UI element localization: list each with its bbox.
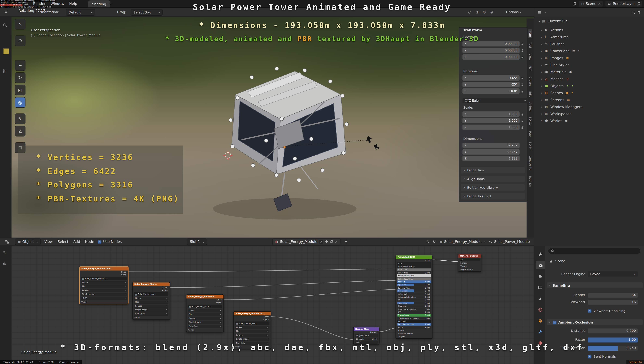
sidebar-tab[interactable]: Anima [528,101,532,113]
bsdf-input-row[interactable]: Alpha1.000 [397,326,431,328]
lock-icon[interactable] [521,89,524,93]
interpolation-dropdown[interactable]: Linear [81,281,127,284]
image-name-field[interactable]: ▦Solar_Energy_Modu... [188,305,222,308]
outliner-item[interactable]: ▸ ● Worlds ● [534,117,644,124]
editor-type-icon[interactable] [5,239,10,244]
snap-magnet-icon[interactable] [432,240,436,243]
outliner-item[interactable]: ▸ ◉ Materials ● [534,68,644,75]
vector-input-socket[interactable]: Vector [133,316,170,319]
ao-factor-slider[interactable]: 1.00 [588,337,638,342]
extension-dropdown[interactable]: Repeat [81,289,127,292]
location-field[interactable]: Y0.00000 [462,48,520,53]
collapsed-panel-header[interactable]: ▸Edit Linked Library [461,184,525,191]
new-material-icon[interactable] [330,240,333,243]
menu-item[interactable]: Node [85,240,94,244]
bsdf-input-row[interactable]: Sheen0.000 [397,299,431,301]
ao-distance-field[interactable]: 0.200 [588,328,638,333]
sidebar-tab[interactable]: Create [528,75,532,87]
source-dropdown[interactable]: Single Image [134,308,168,312]
node-title[interactable]: Material Output [458,254,481,258]
outliner-item[interactable]: ▸ ⊞ Window Managers [534,103,644,110]
expand-arrow-icon[interactable]: ▸ [541,119,545,122]
normal-map-node[interactable]: Normal Map Normal Tangent Space Strength… [353,327,380,344]
sidebar-tab[interactable]: 3D-Co [528,116,532,127]
outliner-item[interactable]: ▸ ■ Objects ✦ ✦ [534,82,644,89]
output-input-row[interactable]: All [460,258,480,261]
lock-icon[interactable] [521,126,524,129]
annotate-tool[interactable]: ✎ [15,114,26,124]
measure-tool[interactable]: ∠ [15,126,26,137]
expand-arrow-icon[interactable]: ▸ [541,84,545,87]
node-tree-breadcrumb[interactable]: Solar_Power_Module [489,240,530,244]
projection-dropdown[interactable]: Flat [188,313,222,316]
interpolation-dropdown[interactable]: Linear [134,296,168,300]
output-input-row[interactable]: Surface [460,261,480,264]
lock-icon[interactable] [521,55,524,59]
scale-tool[interactable]: ◱ [15,85,26,95]
outliner-item[interactable]: ▸ ▦ Images ▦ [534,54,644,61]
material-selector[interactable]: Solar_Energy_Module 2 × [272,238,340,245]
scale-field[interactable]: Y1.000 [462,118,520,123]
outliner-item[interactable]: ▸ ▦ Workspaces [534,110,644,117]
bsdf-input-row[interactable]: Clearcoat Normal [397,332,431,335]
sidebar-tab[interactable]: 3D-Pri [528,141,532,152]
color-swatch[interactable] [3,49,9,54]
material-output-node[interactable]: Material Output AllSurfaceVolumeDisplace… [458,254,482,272]
scale-field[interactable]: X1.000 [462,111,520,117]
expand-arrow-icon[interactable]: ▸ [541,63,545,66]
outliner-item[interactable]: ▸ △ Meshes ▽ [534,75,644,82]
color-output-socket[interactable]: Color [133,286,170,289]
expand-arrow-icon[interactable]: ▸ [541,70,545,73]
expand-arrow-icon[interactable]: ▸ [541,91,545,94]
ambient-occlusion-panel-header[interactable]: ▾ Ambient Occlusion [547,319,643,325]
projection-dropdown[interactable]: Flat [235,330,269,333]
vector-input-socket[interactable]: Vector [80,300,128,304]
bent-normals-toggle[interactable]: Bent Normals [588,355,616,358]
parent-nodes-icon[interactable]: ⇅ [426,240,429,244]
sidebar-tab[interactable]: Edit [528,90,532,98]
normal-map-row[interactable]: Strength1.000 [355,337,378,340]
normal-output-socket[interactable]: Normal [354,331,379,334]
tab-output[interactable] [536,272,544,280]
expand-arrow-icon[interactable]: ▸ [541,77,545,80]
bsdf-output-socket[interactable]: BSDF [396,259,432,262]
bsdf-input-row[interactable]: Subsurface0.000 [397,271,431,274]
lock-icon[interactable] [521,49,524,52]
bsdf-input-row[interactable]: GGX [397,262,431,265]
bsdf-input-row[interactable]: Tangent [397,335,431,338]
color-output-socket[interactable]: Color [234,315,271,318]
active-material-dropdown[interactable]: ●Solar_Energy_Module▾ [440,240,486,244]
unlink-icon[interactable]: × [335,240,338,244]
interpolation-dropdown[interactable]: Linear [235,326,269,329]
bsdf-input-row[interactable]: Transmission0.000 [397,314,431,316]
bsdf-input-row[interactable]: Anisotropic Rotation0.000 [397,296,431,298]
outliner-item[interactable]: ▸ ▣ Collections ▤ ✦ [534,47,644,54]
colorspace-dropdown[interactable]: sRGB [81,296,127,300]
color-output-socket[interactable]: Color [186,298,224,301]
collapsed-panel-header[interactable]: ▸Align Tools [461,176,525,182]
alpha-output-socket[interactable]: Alpha [133,289,170,292]
color-output-socket[interactable]: Color [80,270,128,273]
normal-map-row[interactable]: Tangent Space [355,334,378,337]
properties-search-input[interactable] [548,248,640,254]
checkbox-checked[interactable] [552,320,556,324]
bsdf-input-row[interactable]: Christensen-Burley [397,265,431,268]
rotation-field[interactable]: Z-10.8° [462,89,520,94]
menu-item[interactable]: Add [73,240,80,244]
image-texture-node[interactable]: Solar_Energy_Module.R... Color Alpha ▦So… [186,294,224,332]
sidebar-tab[interactable]: Grease Pe [528,155,532,172]
scale-field[interactable]: Z1.000 [462,125,520,130]
projection-dropdown[interactable]: Flat [134,300,168,304]
expand-arrow-icon[interactable]: ▸ [541,112,545,115]
dimensions-field[interactable]: Y39.257 [462,149,520,155]
tab-world[interactable] [536,305,544,314]
bsdf-input-row[interactable]: Base Color [397,268,431,271]
lock-icon[interactable] [521,83,524,86]
sidebar-tab[interactable]: Rap [528,130,532,138]
lock-icon[interactable] [521,119,524,122]
image-name-field[interactable]: ▦Solar_Energy_Module.C... [81,277,127,280]
location-field[interactable]: Z0.00000 [462,54,520,60]
menu-item[interactable]: View [44,240,52,244]
expand-arrow-icon[interactable]: ▸ [541,56,545,59]
node-title[interactable]: Principled BSDF [396,255,432,259]
